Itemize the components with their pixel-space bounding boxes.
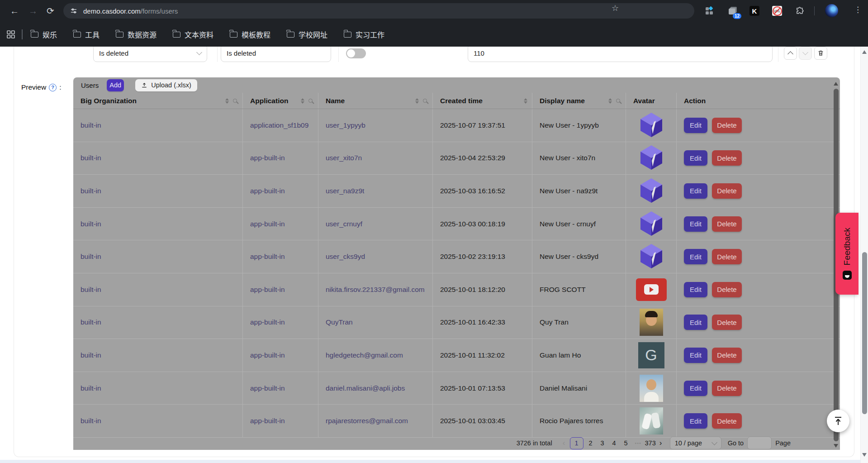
sort-carets-icon[interactable] [301, 98, 304, 104]
delete-button[interactable]: Delete [712, 150, 742, 166]
user-name-link[interactable]: user_1ypyyb [326, 121, 365, 129]
user-name-link[interactable]: user_crnuyf [326, 220, 362, 228]
organization-link[interactable]: built-in [81, 121, 101, 129]
page-5[interactable]: 5 [620, 439, 632, 447]
reload-icon[interactable]: ⟳ [47, 5, 54, 17]
delete-button[interactable]: Delete [712, 183, 742, 199]
pagination-ellipsis[interactable]: ••• [632, 440, 645, 446]
user-name-link[interactable]: daniel.malisani@apli.jobs [326, 384, 405, 392]
column-header-display-name[interactable]: Display name [532, 93, 626, 109]
bookmark-folder[interactable]: 实习工作 [344, 29, 384, 40]
application-link[interactable]: app-built-in [250, 318, 285, 326]
organization-link[interactable]: built-in [81, 253, 101, 261]
delete-button[interactable]: Delete [712, 118, 742, 133]
delete-button[interactable]: Delete [712, 315, 742, 330]
prev-page-icon[interactable]: ‹ [560, 439, 569, 448]
application-link[interactable]: app-built-in [250, 417, 285, 425]
application-link[interactable]: app-built-in [250, 351, 285, 359]
edit-button[interactable]: Edit [684, 249, 707, 264]
is-deleted-input[interactable]: Is deleted [221, 47, 331, 62]
apps-grid-icon[interactable] [6, 30, 15, 39]
user-name-link[interactable]: user_na9z9t [326, 187, 364, 195]
bookmark-star-icon[interactable]: ☆ [612, 3, 619, 13]
search-icon[interactable] [233, 99, 237, 103]
feedback-button[interactable]: Feedback [835, 213, 859, 295]
edit-button[interactable]: Edit [684, 348, 707, 363]
application-link[interactable]: app-built-in [250, 187, 285, 195]
toggle-switch-off[interactable] [346, 48, 366, 58]
delete-row-button[interactable] [814, 47, 827, 60]
column-header-created-time[interactable]: Created time [433, 93, 532, 109]
page-1-active[interactable]: 1 [570, 437, 583, 449]
move-up-button[interactable] [784, 47, 797, 60]
extension-grid-icon[interactable] [704, 5, 715, 16]
page-4[interactable]: 4 [608, 439, 620, 447]
extension-k-icon[interactable]: K [749, 5, 760, 16]
column-header-application[interactable]: Application [243, 93, 318, 109]
search-icon[interactable] [616, 99, 620, 103]
number-input[interactable]: 110 [468, 47, 773, 62]
user-name-link[interactable]: user_xito7n [326, 154, 362, 162]
delete-button[interactable]: Delete [712, 381, 742, 396]
extensions-puzzle-icon[interactable] [794, 5, 805, 16]
edit-button[interactable]: Edit [684, 413, 707, 429]
sort-carets-icon[interactable] [524, 98, 527, 104]
application-link[interactable]: app-built-in [250, 220, 285, 228]
application-link[interactable]: app-built-in [250, 384, 285, 392]
back-icon[interactable]: ← [10, 5, 19, 17]
help-circle-icon[interactable]: ? [49, 84, 57, 91]
extension-tabs-icon[interactable]: 12 [727, 5, 738, 16]
organization-link[interactable]: built-in [81, 318, 101, 326]
page-2[interactable]: 2 [585, 439, 597, 447]
add-button[interactable]: Add [107, 79, 124, 91]
application-link[interactable]: application_sf1b09 [250, 121, 308, 129]
user-name-link[interactable]: user_cks9yd [326, 253, 365, 261]
column-header-name[interactable]: Name [318, 93, 433, 109]
edit-button[interactable]: Edit [684, 150, 707, 166]
user-name-link[interactable]: QuyTran [326, 318, 353, 326]
application-link[interactable]: app-built-in [250, 154, 285, 162]
sort-carets-icon[interactable] [415, 98, 419, 104]
page-3[interactable]: 3 [597, 439, 608, 447]
application-link[interactable]: app-built-in [250, 286, 285, 294]
upload-xlsx-button[interactable]: Upload (.xlsx) [135, 79, 197, 91]
next-page-icon[interactable]: › [656, 439, 665, 448]
browser-menu-icon[interactable]: ⋮ [854, 5, 862, 14]
bookmark-folder[interactable]: 文本资料 [173, 29, 213, 40]
is-deleted-select[interactable]: Is deleted [93, 47, 207, 62]
page-size-select[interactable]: 10 / page [670, 437, 721, 449]
delete-button[interactable]: Delete [712, 348, 742, 363]
organization-link[interactable]: built-in [81, 384, 101, 392]
application-link[interactable]: app-built-in [250, 253, 285, 261]
delete-button[interactable]: Delete [712, 282, 742, 297]
bookmark-folder[interactable]: 学校网址 [287, 29, 327, 40]
address-bar[interactable]: demo.casdoor.com/forms/users [63, 3, 694, 19]
bookmark-folder[interactable]: 模板教程 [230, 29, 270, 40]
user-name-link[interactable]: nikita.firsov.221337@gmail.com [326, 286, 425, 294]
scroll-down-arrow-icon[interactable] [834, 444, 838, 448]
edit-button[interactable]: Edit [684, 315, 707, 330]
organization-link[interactable]: built-in [81, 286, 101, 294]
bookmark-folder[interactable]: 工具 [73, 29, 100, 40]
move-down-button[interactable] [799, 47, 812, 60]
delete-button[interactable]: Delete [712, 249, 742, 264]
user-name-link[interactable]: hgledgetech@gmail.com [326, 351, 403, 359]
organization-link[interactable]: built-in [81, 417, 101, 425]
user-name-link[interactable]: rpajarestorres@gmail.com [326, 417, 408, 425]
edit-button[interactable]: Edit [684, 282, 707, 297]
sort-carets-icon[interactable] [225, 98, 229, 104]
page-last[interactable]: 373 [645, 439, 656, 447]
browser-scrollbar-thumb[interactable] [862, 252, 867, 414]
edit-button[interactable]: Edit [684, 183, 707, 199]
goto-page-input[interactable] [747, 437, 772, 449]
profile-avatar[interactable] [825, 4, 838, 17]
back-to-top-button[interactable] [827, 410, 849, 432]
sort-carets-icon[interactable] [608, 98, 612, 104]
organization-link[interactable]: built-in [81, 351, 101, 359]
scroll-up-arrow-icon[interactable] [834, 82, 838, 86]
delete-button[interactable]: Delete [712, 413, 742, 429]
search-icon[interactable] [423, 99, 427, 103]
bookmark-folder[interactable]: 娱乐 [31, 29, 57, 40]
edit-button[interactable]: Edit [684, 381, 707, 396]
column-header-big-organization[interactable]: Big Organization [73, 93, 243, 109]
